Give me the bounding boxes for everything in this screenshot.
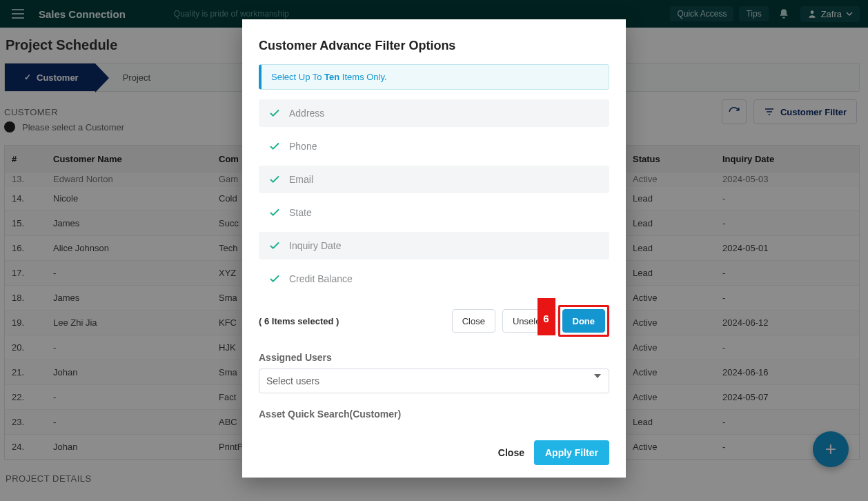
filter-option[interactable]: Address <box>259 99 609 127</box>
callout-badge: 6 <box>537 298 555 335</box>
footer-close-button[interactable]: Close <box>498 447 524 458</box>
check-icon <box>268 107 281 119</box>
check-icon <box>268 273 281 285</box>
filter-option-label: Inquiry Date <box>289 240 341 251</box>
assigned-users-label: Assigned Users <box>259 352 609 363</box>
done-button[interactable]: Done <box>562 309 606 333</box>
filter-option-label: Credit Balance <box>289 273 353 284</box>
filter-option-label: Address <box>289 108 324 119</box>
filter-option[interactable]: Credit Balance <box>259 265 609 293</box>
filter-option-label: Email <box>289 174 313 185</box>
check-icon <box>268 140 281 153</box>
check-icon <box>268 239 281 252</box>
selected-count: ( 6 Items selected ) <box>259 316 339 326</box>
filter-option-label: Phone <box>289 141 317 152</box>
modal-title: Customer Advance Filter Options <box>259 39 609 53</box>
info-bar: Select Up To Ten Items Only. <box>259 64 609 90</box>
check-icon <box>268 173 281 186</box>
filter-modal: Customer Advance Filter Options Select U… <box>242 19 626 478</box>
filter-option[interactable]: Email <box>259 166 609 193</box>
filter-option[interactable]: Phone <box>259 132 609 160</box>
info-bold: Ten <box>324 72 339 82</box>
filter-option[interactable]: State <box>259 199 609 226</box>
asset-search-label: Asset Quick Search(Customer) <box>259 409 609 420</box>
option-list: AddressPhoneEmailStateInquiry DateCredit… <box>259 99 609 293</box>
filter-option[interactable]: Inquiry Date <box>259 232 609 259</box>
assigned-users-select[interactable]: Select users <box>259 369 609 393</box>
check-icon <box>268 206 281 219</box>
filter-option-label: State <box>289 207 312 218</box>
apply-filter-button[interactable]: Apply Filter <box>534 440 609 465</box>
info-post: Items Only. <box>339 72 386 82</box>
modal-close-button[interactable]: Close <box>452 309 495 333</box>
info-pre: Select Up To <box>271 72 324 82</box>
